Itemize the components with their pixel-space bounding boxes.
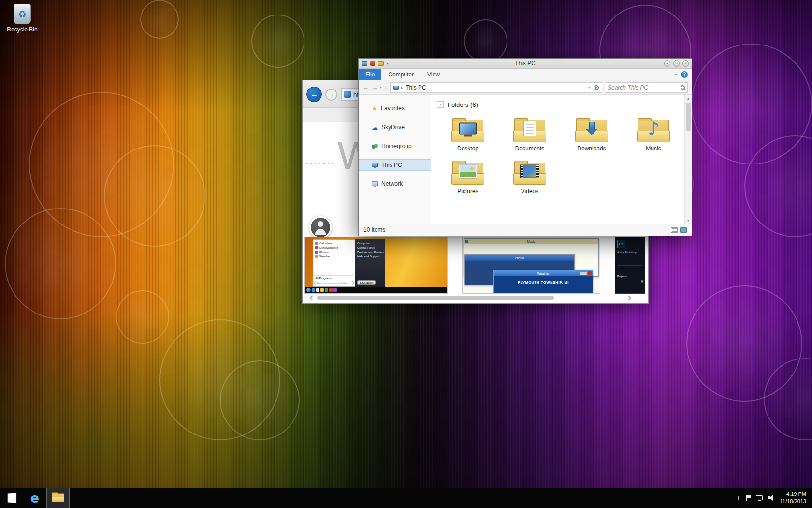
carousel-next-button[interactable] xyxy=(627,291,632,303)
start-menu-link: Control Panel xyxy=(355,245,385,250)
carousel-scrollbar[interactable] xyxy=(317,296,554,300)
explorer-window: This PC – □ × File Computer View This PC xyxy=(358,58,692,236)
taskbar-thumb-icon xyxy=(334,288,337,292)
page-scroll-down-icon[interactable] xyxy=(641,278,644,284)
sidebar-item-this-pc[interactable]: This PC xyxy=(359,159,431,171)
group-header: Folders (6) xyxy=(448,101,478,108)
breadcrumb-location[interactable]: This PC xyxy=(406,84,426,91)
folder-label: Pictures xyxy=(438,188,498,194)
sidebar-item-homegroup[interactable]: Homegroup xyxy=(359,140,431,152)
scrollbar-track[interactable] xyxy=(685,102,692,217)
document-icon xyxy=(523,121,536,136)
sidebar-item-network[interactable]: Network xyxy=(359,178,431,190)
start-button[interactable] xyxy=(0,488,23,508)
recent-locations-chevron-icon[interactable] xyxy=(380,85,382,90)
scroll-down-icon[interactable] xyxy=(687,217,690,224)
address-computer-icon xyxy=(393,86,399,90)
divider xyxy=(617,265,642,266)
maximize-button[interactable]: □ xyxy=(673,60,680,67)
tab-view[interactable]: View xyxy=(420,69,447,80)
browser-back-button[interactable] xyxy=(306,87,322,102)
volume-icon[interactable] xyxy=(768,495,775,501)
videos-folder-icon xyxy=(513,160,547,185)
support-chat-avatar[interactable] xyxy=(309,216,332,239)
folder-label: Desktop xyxy=(438,145,498,152)
folder-label: Videos xyxy=(500,188,560,194)
folder-tile-pictures[interactable]: Pictures xyxy=(438,157,498,194)
sidebar-item-skydrive[interactable]: SkyDrive xyxy=(359,121,431,133)
search-input[interactable] xyxy=(608,84,681,91)
recycle-bin[interactable]: Recycle Bin xyxy=(4,4,41,33)
deskscapes-icon xyxy=(315,246,318,249)
help-icon[interactable] xyxy=(681,71,688,78)
desktop-folder-icon xyxy=(451,117,485,142)
photoshop-projects-label: Projects xyxy=(617,275,627,278)
music-title: Music xyxy=(527,240,536,243)
address-bar[interactable]: This PC xyxy=(390,82,602,93)
close-button[interactable]: × xyxy=(682,60,689,67)
all-programs-label: All Programs xyxy=(314,275,354,281)
vertical-scrollbar xyxy=(684,95,692,224)
folder-label: Documents xyxy=(500,145,560,152)
homegroup-icon xyxy=(372,144,378,149)
carousel-thumb-start-menu[interactable]: Calculator DeskScapes 8 Photos Weather A… xyxy=(304,237,448,294)
breadcrumb-separator-icon xyxy=(401,85,404,90)
large-icons-view-icon[interactable] xyxy=(680,227,687,233)
start-thumb-taskbar xyxy=(305,287,447,293)
scrollbar-thumb[interactable] xyxy=(686,103,691,131)
monitor-icon xyxy=(459,122,477,134)
sidebar-item-favorites[interactable]: Favorites xyxy=(359,103,431,114)
details-view-icon[interactable] xyxy=(671,227,678,233)
folder-tile-videos[interactable]: Videos xyxy=(500,157,560,194)
weather-title: Weather xyxy=(537,272,549,275)
carousel-prev-button[interactable] xyxy=(309,291,314,303)
folder-tile-desktop[interactable]: Desktop xyxy=(438,114,498,152)
forward-button[interactable] xyxy=(371,84,377,90)
carousel-thumb-photoshop[interactable]: Ps Adobe Photoshop Projects xyxy=(615,237,645,294)
browser-forward-button[interactable] xyxy=(325,89,337,101)
network-status-icon[interactable] xyxy=(756,495,763,500)
explorer-titlebar[interactable]: This PC – □ × xyxy=(359,59,692,69)
weather-mini-window: Weather PLYMOUTH TOWNSHIP, MI xyxy=(493,270,593,294)
start-menu-link: Devices and Printers xyxy=(355,250,385,254)
taskbar-file-explorer[interactable] xyxy=(46,488,70,508)
recycle-bin-label: Recycle Bin xyxy=(4,26,41,33)
folder-tile-downloads[interactable]: Downloads xyxy=(562,114,622,152)
minimize-maximize-icons xyxy=(580,272,587,275)
back-button[interactable] xyxy=(362,84,369,90)
taskbar-internet-explorer[interactable]: e xyxy=(23,488,46,508)
filmstrip-icon xyxy=(520,164,539,178)
music-note-icon xyxy=(648,120,659,138)
divider xyxy=(617,270,642,270)
start-menu-item: DeskScapes 8 xyxy=(314,245,354,250)
music-folder-icon xyxy=(637,117,670,142)
refresh-icon[interactable] xyxy=(594,85,599,90)
wallpaper-circle xyxy=(116,290,169,344)
collapse-group-button[interactable] xyxy=(437,101,444,108)
scroll-up-icon[interactable] xyxy=(687,95,690,102)
search-icon[interactable] xyxy=(681,85,685,90)
address-dropdown-chevron-icon[interactable] xyxy=(588,85,590,90)
qat-properties-icon[interactable] xyxy=(370,61,375,66)
documents-folder-icon xyxy=(513,117,547,142)
tab-computer[interactable]: Computer xyxy=(381,69,420,80)
qat-chevron-down-icon[interactable] xyxy=(387,61,389,66)
action-center-icon[interactable] xyxy=(746,495,751,501)
minimize-button[interactable]: – xyxy=(664,60,670,67)
carousel-thumb-apps[interactable]: Music Photos Weather PLYMOUTH TOWNSHIP, … xyxy=(462,237,600,294)
taskbar-thumb-icon xyxy=(320,288,324,292)
start-menu-links: Computer Control Panel Devices and Print… xyxy=(355,239,385,287)
quick-access-toolbar xyxy=(362,61,389,66)
qat-computer-icon[interactable] xyxy=(362,61,367,66)
folder-tile-documents[interactable]: Documents xyxy=(500,114,560,152)
wallpaper-circle xyxy=(5,208,116,319)
ribbon-expand-chevron-icon[interactable] xyxy=(675,72,677,76)
folder-tile-music[interactable]: Music xyxy=(624,114,683,152)
tab-file[interactable]: File xyxy=(359,69,381,80)
qat-new-folder-icon[interactable] xyxy=(378,61,384,66)
up-button[interactable] xyxy=(384,84,388,90)
ribbon-tabs: File Computer View xyxy=(359,69,692,80)
show-hidden-icons-button[interactable] xyxy=(737,494,740,502)
taskbar-clock[interactable]: 4:19 PM 11/18/2013 xyxy=(780,491,806,505)
start-menu-item: Calculator xyxy=(314,241,354,245)
